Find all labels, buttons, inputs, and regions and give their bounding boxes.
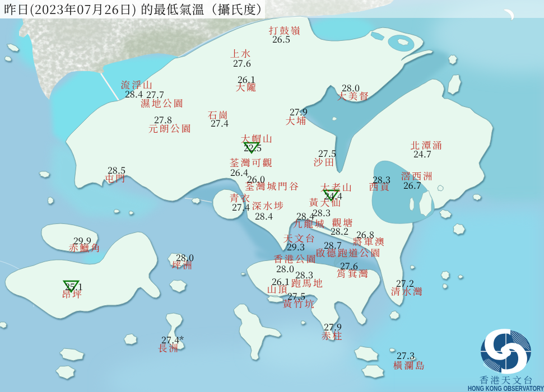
svg-text:27.2: 27.2 (396, 276, 414, 290)
svg-text:昨日(2023年07月26日) 的最低氣溫（攝氏度）: 昨日(2023年07月26日) 的最低氣溫（攝氏度） (4, 0, 269, 17)
svg-text:28.4: 28.4 (125, 87, 143, 100)
svg-text:26.7: 26.7 (403, 178, 421, 192)
svg-text:27.4*: 27.4* (161, 333, 184, 346)
svg-text:26.0: 26.0 (247, 172, 265, 185)
svg-text:29.3: 29.3 (287, 240, 305, 253)
svg-text:28.0: 28.0 (342, 81, 360, 94)
svg-text:26.8: 26.8 (356, 227, 374, 241)
svg-text:27.9: 27.9 (290, 105, 308, 118)
svg-text:26.1: 26.1 (238, 72, 255, 86)
svg-text:HONG KONG OBSERVATORY: HONG KONG OBSERVATORY (468, 385, 544, 392)
svg-text:27.7: 27.7 (146, 87, 164, 101)
svg-text:27.4: 27.4 (211, 116, 229, 129)
svg-text:27.5: 27.5 (318, 146, 336, 160)
svg-text:26.1: 26.1 (272, 274, 290, 288)
svg-text:27.9: 27.9 (324, 320, 342, 333)
svg-text:27.4: 27.4 (232, 200, 250, 213)
svg-text:24.4: 24.4 (324, 189, 342, 202)
svg-text:28.7: 28.7 (324, 238, 342, 251)
svg-text:28.3: 28.3 (313, 206, 331, 219)
svg-text:27.8: 27.8 (154, 113, 172, 126)
svg-text:25.1: 25.1 (65, 279, 83, 293)
svg-text:28.5: 28.5 (108, 163, 125, 176)
svg-text:26.4: 26.4 (230, 165, 248, 179)
svg-text:28.3: 28.3 (295, 268, 313, 281)
svg-text:28.2: 28.2 (331, 224, 348, 237)
svg-text:28.4: 28.4 (296, 209, 314, 222)
svg-text:29.9: 29.9 (73, 234, 91, 247)
svg-text:27.3: 27.3 (397, 348, 415, 362)
svg-text:28.0: 28.0 (276, 262, 294, 275)
svg-text:27.6: 27.6 (233, 56, 251, 69)
svg-text:24.7: 24.7 (413, 147, 431, 160)
svg-text:27.6: 27.6 (340, 259, 358, 272)
svg-text:22.5: 22.5 (244, 141, 262, 154)
svg-text:28.0: 28.0 (176, 250, 194, 264)
svg-text:28.3: 28.3 (373, 172, 390, 186)
svg-text:27.5: 27.5 (287, 289, 305, 302)
svg-text:28.4: 28.4 (255, 209, 273, 222)
svg-text:26.5: 26.5 (272, 32, 290, 45)
